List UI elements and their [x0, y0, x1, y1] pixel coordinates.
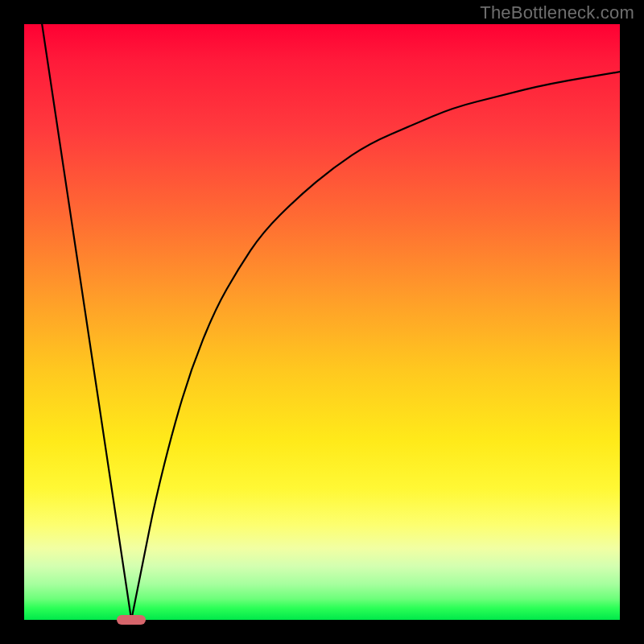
chart-plot-area: [24, 24, 620, 620]
chart-curve-layer: [24, 24, 620, 620]
chart-frame: TheBottleneck.com: [0, 0, 644, 644]
bottleneck-curve-right: [131, 72, 620, 620]
bottleneck-curve-left: [42, 24, 131, 620]
minimum-marker: [117, 615, 146, 625]
watermark: TheBottleneck.com: [480, 2, 634, 23]
